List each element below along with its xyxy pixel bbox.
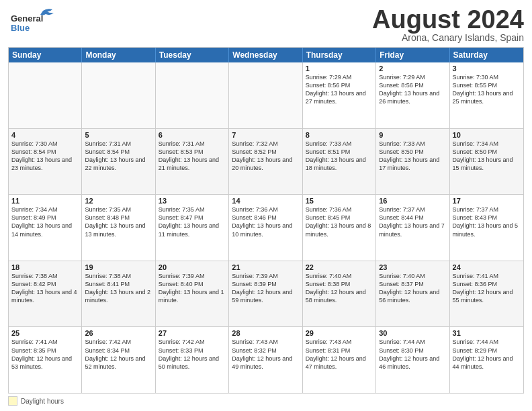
cell-info-text: Sunrise: 7:44 AM Sunset: 8:29 PM Dayligh… xyxy=(453,338,521,371)
calendar-cell-empty-0-0 xyxy=(9,62,82,128)
calendar-cell-6: 6Sunrise: 7:31 AM Sunset: 8:53 PM Daylig… xyxy=(156,129,229,195)
calendar-cell-8: 8Sunrise: 7:33 AM Sunset: 8:51 PM Daylig… xyxy=(303,129,376,195)
day-number: 22 xyxy=(306,263,373,271)
cell-info-text: Sunrise: 7:43 AM Sunset: 8:32 PM Dayligh… xyxy=(232,338,299,371)
day-number: 5 xyxy=(85,131,152,139)
calendar-cell-empty-0-3 xyxy=(229,62,302,128)
day-number: 30 xyxy=(379,329,446,337)
calendar-cell-empty-0-1 xyxy=(82,62,155,128)
page-header: General Blue August 2024 Arona, Canary I… xyxy=(8,7,524,43)
cell-info-text: Sunrise: 7:36 AM Sunset: 8:46 PM Dayligh… xyxy=(232,205,299,238)
cell-info-text: Sunrise: 7:31 AM Sunset: 8:53 PM Dayligh… xyxy=(159,140,226,173)
calendar-cell-14: 14Sunrise: 7:36 AM Sunset: 8:46 PM Dayli… xyxy=(229,195,302,261)
calendar-cell-19: 19Sunrise: 7:38 AM Sunset: 8:41 PM Dayli… xyxy=(82,261,155,327)
header-day-monday: Monday xyxy=(82,48,155,62)
calendar-row-1: 4Sunrise: 7:30 AM Sunset: 8:54 PM Daylig… xyxy=(9,128,523,195)
day-number: 26 xyxy=(85,329,152,337)
calendar-cell-22: 22Sunrise: 7:40 AM Sunset: 8:38 PM Dayli… xyxy=(303,261,376,327)
calendar-cell-15: 15Sunrise: 7:36 AM Sunset: 8:45 PM Dayli… xyxy=(303,195,376,261)
cell-info-text: Sunrise: 7:38 AM Sunset: 8:42 PM Dayligh… xyxy=(11,272,79,305)
cell-info-text: Sunrise: 7:43 AM Sunset: 8:31 PM Dayligh… xyxy=(306,338,373,371)
cell-info-text: Sunrise: 7:34 AM Sunset: 8:50 PM Dayligh… xyxy=(453,140,521,173)
cell-info-text: Sunrise: 7:36 AM Sunset: 8:45 PM Dayligh… xyxy=(306,205,373,238)
calendar-cell-24: 24Sunrise: 7:41 AM Sunset: 8:36 PM Dayli… xyxy=(450,261,523,327)
calendar-row-2: 11Sunrise: 7:34 AM Sunset: 8:49 PM Dayli… xyxy=(9,194,523,261)
day-number: 1 xyxy=(306,64,373,73)
day-number: 31 xyxy=(453,329,521,337)
logo: General Blue xyxy=(8,7,62,35)
day-number: 9 xyxy=(379,131,446,139)
day-number: 14 xyxy=(232,197,299,205)
logo-svg: General Blue xyxy=(8,7,62,35)
location-subtitle: Arona, Canary Islands, Spain xyxy=(372,32,524,43)
cell-info-text: Sunrise: 7:37 AM Sunset: 8:43 PM Dayligh… xyxy=(453,205,521,238)
cell-info-text: Sunrise: 7:42 AM Sunset: 8:33 PM Dayligh… xyxy=(159,338,226,371)
calendar-cell-20: 20Sunrise: 7:39 AM Sunset: 8:40 PM Dayli… xyxy=(156,261,229,327)
calendar-cell-5: 5Sunrise: 7:31 AM Sunset: 8:54 PM Daylig… xyxy=(82,129,155,195)
calendar-row-0: 1Sunrise: 7:29 AM Sunset: 8:56 PM Daylig… xyxy=(9,62,523,128)
day-number: 12 xyxy=(85,197,152,205)
calendar-cell-1: 1Sunrise: 7:29 AM Sunset: 8:56 PM Daylig… xyxy=(303,62,376,128)
day-number: 4 xyxy=(11,131,79,139)
header-day-friday: Friday xyxy=(376,48,449,62)
footer-legend: Daylight hours xyxy=(8,396,64,406)
calendar-cell-27: 27Sunrise: 7:42 AM Sunset: 8:33 PM Dayli… xyxy=(156,327,229,393)
day-number: 28 xyxy=(232,329,299,337)
calendar-cell-21: 21Sunrise: 7:39 AM Sunset: 8:39 PM Dayli… xyxy=(229,261,302,327)
day-number: 17 xyxy=(453,197,521,205)
cell-info-text: Sunrise: 7:35 AM Sunset: 8:47 PM Dayligh… xyxy=(159,205,226,238)
cell-info-text: Sunrise: 7:39 AM Sunset: 8:40 PM Dayligh… xyxy=(159,272,226,305)
calendar-cell-29: 29Sunrise: 7:43 AM Sunset: 8:31 PM Dayli… xyxy=(303,327,376,393)
calendar-cell-11: 11Sunrise: 7:34 AM Sunset: 8:49 PM Dayli… xyxy=(9,195,82,261)
day-number: 8 xyxy=(306,131,373,139)
day-number: 3 xyxy=(453,64,521,73)
day-number: 15 xyxy=(306,197,373,205)
day-number: 21 xyxy=(232,263,299,271)
calendar-cell-17: 17Sunrise: 7:37 AM Sunset: 8:43 PM Dayli… xyxy=(450,195,523,261)
day-number: 13 xyxy=(159,197,226,205)
svg-text:Blue: Blue xyxy=(11,23,30,33)
calendar-cell-7: 7Sunrise: 7:32 AM Sunset: 8:52 PM Daylig… xyxy=(229,129,302,195)
cell-info-text: Sunrise: 7:37 AM Sunset: 8:44 PM Dayligh… xyxy=(379,205,446,238)
cell-info-text: Sunrise: 7:44 AM Sunset: 8:30 PM Dayligh… xyxy=(379,338,446,371)
cell-info-text: Sunrise: 7:38 AM Sunset: 8:41 PM Dayligh… xyxy=(85,272,152,305)
day-number: 24 xyxy=(453,263,521,271)
calendar-body: 1Sunrise: 7:29 AM Sunset: 8:56 PM Daylig… xyxy=(9,62,523,393)
day-number: 27 xyxy=(159,329,226,337)
cell-info-text: Sunrise: 7:40 AM Sunset: 8:38 PM Dayligh… xyxy=(306,272,373,305)
cell-info-text: Sunrise: 7:41 AM Sunset: 8:35 PM Dayligh… xyxy=(11,338,79,371)
calendar-cell-26: 26Sunrise: 7:42 AM Sunset: 8:34 PM Dayli… xyxy=(82,327,155,393)
cell-info-text: Sunrise: 7:42 AM Sunset: 8:34 PM Dayligh… xyxy=(85,338,152,371)
calendar-cell-25: 25Sunrise: 7:41 AM Sunset: 8:35 PM Dayli… xyxy=(9,327,82,393)
cell-info-text: Sunrise: 7:31 AM Sunset: 8:54 PM Dayligh… xyxy=(85,140,152,173)
cell-info-text: Sunrise: 7:33 AM Sunset: 8:50 PM Dayligh… xyxy=(379,140,446,173)
day-number: 7 xyxy=(232,131,299,139)
calendar-row-3: 18Sunrise: 7:38 AM Sunset: 8:42 PM Dayli… xyxy=(9,261,523,327)
day-number: 10 xyxy=(453,131,521,139)
calendar: SundayMondayTuesdayWednesdayThursdayFrid… xyxy=(8,47,524,394)
svg-text:General: General xyxy=(11,13,43,24)
cell-info-text: Sunrise: 7:41 AM Sunset: 8:36 PM Dayligh… xyxy=(453,272,521,305)
cell-info-text: Sunrise: 7:32 AM Sunset: 8:52 PM Dayligh… xyxy=(232,140,299,173)
day-number: 16 xyxy=(379,197,446,205)
calendar-cell-3: 3Sunrise: 7:30 AM Sunset: 8:55 PM Daylig… xyxy=(450,62,523,128)
calendar-cell-12: 12Sunrise: 7:35 AM Sunset: 8:48 PM Dayli… xyxy=(82,195,155,261)
calendar-cell-30: 30Sunrise: 7:44 AM Sunset: 8:30 PM Dayli… xyxy=(376,327,449,393)
calendar-cell-13: 13Sunrise: 7:35 AM Sunset: 8:47 PM Dayli… xyxy=(156,195,229,261)
calendar-cell-empty-0-2 xyxy=(156,62,229,128)
cell-info-text: Sunrise: 7:33 AM Sunset: 8:51 PM Dayligh… xyxy=(306,140,373,173)
day-number: 25 xyxy=(11,329,79,337)
cell-info-text: Sunrise: 7:35 AM Sunset: 8:48 PM Dayligh… xyxy=(85,205,152,238)
title-block: August 2024 Arona, Canary Islands, Spain xyxy=(372,7,524,43)
header-day-wednesday: Wednesday xyxy=(229,48,302,62)
month-title: August 2024 xyxy=(372,7,524,32)
calendar-row-4: 25Sunrise: 7:41 AM Sunset: 8:35 PM Dayli… xyxy=(9,326,523,393)
day-number: 29 xyxy=(306,329,373,337)
day-number: 6 xyxy=(159,131,226,139)
legend-box xyxy=(8,396,17,406)
calendar-header: SundayMondayTuesdayWednesdayThursdayFrid… xyxy=(9,48,523,62)
cell-info-text: Sunrise: 7:30 AM Sunset: 8:55 PM Dayligh… xyxy=(453,73,521,106)
page-container: General Blue August 2024 Arona, Canary I… xyxy=(0,0,532,411)
day-number: 19 xyxy=(85,263,152,271)
cell-info-text: Sunrise: 7:29 AM Sunset: 8:56 PM Dayligh… xyxy=(379,73,446,106)
